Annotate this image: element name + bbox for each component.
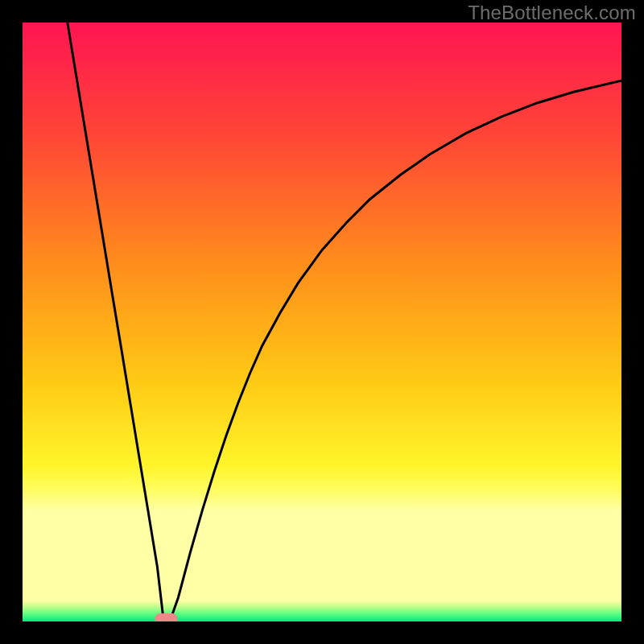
- plot-area: [23, 23, 621, 621]
- minimum-point-marker: [155, 613, 178, 621]
- chart-background: [23, 23, 621, 621]
- chart-frame: TheBottleneck.com: [0, 0, 644, 644]
- watermark-text: TheBottleneck.com: [468, 2, 636, 24]
- chart-svg: [23, 23, 621, 621]
